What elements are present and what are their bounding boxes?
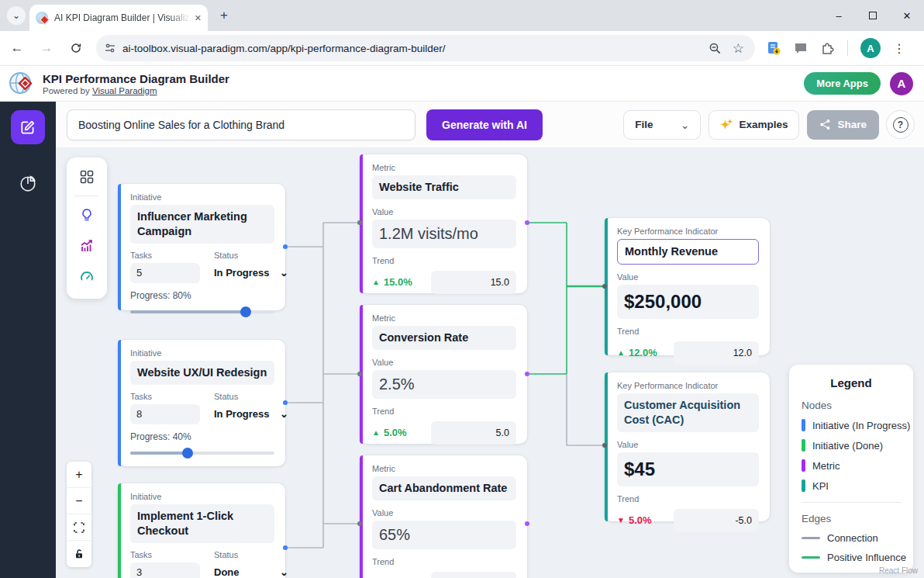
connection-handle[interactable] xyxy=(357,372,362,376)
connection-handle[interactable] xyxy=(525,372,529,376)
status-select[interactable]: In Progress⌄ xyxy=(214,404,288,424)
initiative-node[interactable]: Initiative Influencer Marketing Campaign… xyxy=(118,184,285,310)
new-tab-button[interactable]: + xyxy=(220,8,228,23)
comment-icon[interactable] xyxy=(794,41,808,55)
browser-tab[interactable]: AI KPI Diagram Builder | Visualiz ✕ xyxy=(29,5,208,31)
generate-with-ai-button[interactable]: Generate with AI xyxy=(426,109,543,140)
reload-icon xyxy=(70,42,82,54)
metric-node[interactable]: Metric Website Traffic Value 1.2M visits… xyxy=(360,154,527,293)
kpi-title-field[interactable]: Customer Acquisition Cost (CAC) xyxy=(617,393,759,432)
lock-button[interactable] xyxy=(67,541,91,567)
initiative-node[interactable]: Initiative Website UX/UI Redesign Tasks … xyxy=(118,340,285,466)
trend-percent: 5.0% xyxy=(629,514,652,526)
trend-value-input[interactable]: -5.0 xyxy=(674,509,759,532)
metric-title-field[interactable]: Conversion Rate xyxy=(372,326,516,350)
connection-handle[interactable] xyxy=(602,443,607,448)
legend-swatch xyxy=(802,419,805,431)
palette-initiative-button[interactable] xyxy=(71,199,102,230)
value-input[interactable]: 2.5% xyxy=(372,370,516,399)
canvas-controls: + − xyxy=(67,462,91,567)
connection-handle[interactable] xyxy=(283,244,288,249)
value-label: Value xyxy=(372,358,516,367)
connection-handle[interactable] xyxy=(525,220,529,225)
palette-divider xyxy=(74,196,99,196)
trend-value-input[interactable]: 5.0 xyxy=(431,421,516,445)
examples-button[interactable]: ✦✦ Examples xyxy=(709,110,799,140)
progress-slider[interactable] xyxy=(130,310,274,313)
diagram-canvas[interactable]: Initiative Influencer Marketing Campaign… xyxy=(56,147,924,578)
tasks-input[interactable]: 5 xyxy=(130,263,200,283)
connection-handle[interactable] xyxy=(525,521,529,526)
tab-close-icon[interactable]: ✕ xyxy=(195,13,202,23)
forward-button[interactable]: → xyxy=(34,36,59,61)
progress-slider[interactable] xyxy=(130,452,274,455)
bookmark-star-icon[interactable]: ☆ xyxy=(733,40,744,57)
palette-metric-button[interactable] xyxy=(71,230,102,261)
tasks-input[interactable]: 8 xyxy=(130,404,200,424)
share-button[interactable]: Share xyxy=(807,110,879,140)
initiative-title-field[interactable]: Influencer Marketing Campaign xyxy=(130,205,274,244)
url-text[interactable]: ai-toolbox.visual-paradigm.com/app/kpi-p… xyxy=(122,43,709,54)
zoom-in-button[interactable]: + xyxy=(67,462,91,488)
sidebar-item-charts[interactable] xyxy=(11,167,45,201)
kpi-title-field[interactable]: Monthly Revenue xyxy=(617,239,759,265)
trend-value-input[interactable]: -8.0 xyxy=(431,572,516,578)
pie-chart-icon xyxy=(19,175,36,192)
slider-thumb[interactable] xyxy=(240,306,251,317)
minimize-button[interactable]: – xyxy=(822,0,856,31)
site-info-icon[interactable] xyxy=(104,42,116,54)
initiative-node[interactable]: Initiative Implement 1-Click Checkout Ta… xyxy=(118,483,285,578)
connection-handle[interactable] xyxy=(602,284,607,289)
value-input[interactable]: $250,000 xyxy=(617,285,759,319)
browser-profile-avatar[interactable]: A xyxy=(860,38,881,58)
close-window-button[interactable]: ✕ xyxy=(890,0,924,31)
status-select[interactable]: Done⌄ xyxy=(214,562,288,578)
maximize-icon xyxy=(869,12,877,19)
zoom-indicator-icon[interactable] xyxy=(709,42,722,55)
palette-kpi-button[interactable] xyxy=(71,261,102,292)
extensions-icon[interactable] xyxy=(820,41,835,56)
kpi-node[interactable]: Key Performance Indicator Customer Acqui… xyxy=(605,372,770,521)
prompt-input[interactable] xyxy=(67,109,415,140)
browser-menu-icon[interactable]: ⋮ xyxy=(893,41,905,56)
value-input[interactable]: $45 xyxy=(617,452,759,486)
account-avatar[interactable]: A xyxy=(890,72,913,95)
tasks-input[interactable]: 3 xyxy=(130,562,200,578)
more-apps-button[interactable]: More Apps xyxy=(804,72,881,95)
trend-value-input[interactable]: 12.0 xyxy=(674,341,759,365)
sidebar-item-editor[interactable] xyxy=(11,110,45,144)
trend-indicator: ▼5.0% xyxy=(617,514,652,526)
value-input[interactable]: 1.2M visits/mo xyxy=(372,220,516,248)
maximize-button[interactable] xyxy=(856,0,890,31)
initiative-title-field[interactable]: Implement 1-Click Checkout xyxy=(130,504,274,543)
legend-edge-swatch xyxy=(802,556,820,559)
powered-by-text: Powered by xyxy=(43,86,90,95)
zoom-out-button[interactable]: − xyxy=(67,488,91,514)
file-menu-button[interactable]: File ⌄ xyxy=(623,110,701,140)
metric-node[interactable]: Metric Cart Abandonment Rate Value 65% T… xyxy=(360,455,527,578)
back-button[interactable]: ← xyxy=(5,36,29,61)
value-input[interactable]: 65% xyxy=(372,521,516,549)
status-select[interactable]: In Progress⌄ xyxy=(214,263,288,283)
metric-title-field[interactable]: Website Traffic xyxy=(372,175,516,199)
help-button[interactable]: ? xyxy=(886,110,915,139)
connection-handle[interactable] xyxy=(357,220,362,225)
connection-handle[interactable] xyxy=(283,400,288,405)
connection-handle[interactable] xyxy=(357,521,362,526)
visual-paradigm-link[interactable]: Visual Paradigm xyxy=(92,86,157,95)
reading-list-icon[interactable] xyxy=(766,40,781,56)
slider-thumb[interactable] xyxy=(182,448,193,459)
legend-item: KPI xyxy=(802,479,901,492)
tab-search-button[interactable]: ⌄ xyxy=(7,6,26,25)
palette-grid-button[interactable] xyxy=(71,161,102,192)
connection-handle[interactable] xyxy=(283,545,288,550)
trend-value-input[interactable]: 15.0 xyxy=(431,271,516,294)
metric-title-field[interactable]: Cart Abandonment Rate xyxy=(372,476,516,500)
reload-button[interactable] xyxy=(64,36,88,61)
fit-view-button[interactable] xyxy=(67,514,91,541)
share-label: Share xyxy=(837,119,867,130)
initiative-title-field[interactable]: Website UX/UI Redesign xyxy=(130,361,274,385)
metric-node[interactable]: Metric Conversion Rate Value 2.5% Trend … xyxy=(360,305,527,444)
kpi-node[interactable]: Key Performance Indicator Monthly Revenu… xyxy=(605,218,770,355)
url-bar[interactable]: ai-toolbox.visual-paradigm.com/app/kpi-p… xyxy=(96,35,755,61)
